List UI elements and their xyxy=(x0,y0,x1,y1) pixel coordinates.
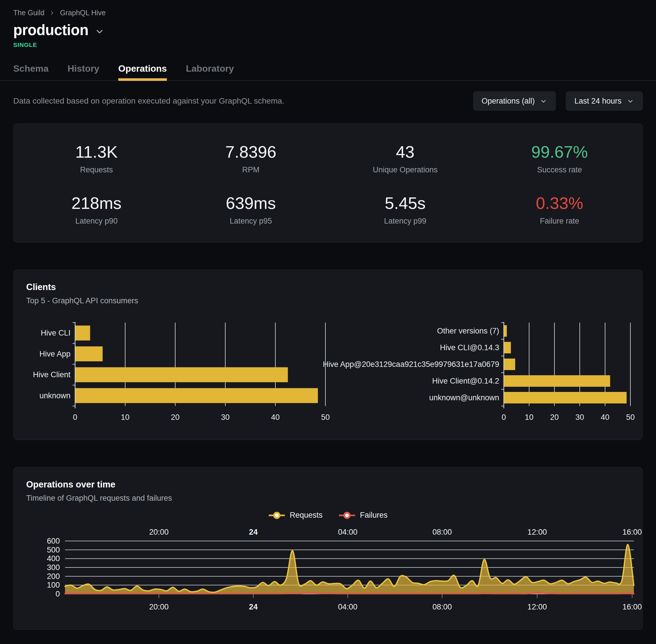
requests-series-marker-icon xyxy=(268,511,285,520)
stat-rpm: 7.8396 RPM xyxy=(174,142,328,175)
svg-text:40: 40 xyxy=(601,413,609,421)
tab-bar: Schema History Operations Laboratory xyxy=(13,63,643,80)
svg-text:16:00: 16:00 xyxy=(622,528,642,536)
time-range-dropdown[interactable]: Last 24 hours xyxy=(566,91,643,111)
stat-value: 43 xyxy=(396,142,415,161)
svg-text:0: 0 xyxy=(501,413,506,421)
page-header: The Guild GraphQL Hive production SINGLE… xyxy=(0,0,656,81)
stat-unique-operations: 43 Unique Operations xyxy=(328,142,483,175)
stat-value: 5.45s xyxy=(385,193,425,213)
svg-text:unknown: unknown xyxy=(40,391,70,400)
clients-panel: Clients Top 5 - GraphQL API consumers 01… xyxy=(13,270,643,440)
stat-label: Latency p95 xyxy=(230,217,272,226)
svg-text:04:00: 04:00 xyxy=(338,528,358,536)
clients-by-name-chart[interactable]: 01020304050Hive CLIHive AppHive Clientun… xyxy=(26,320,331,425)
svg-text:500: 500 xyxy=(47,546,60,554)
svg-text:16:00: 16:00 xyxy=(622,602,642,611)
stat-failure-rate: 0.33% Failure rate xyxy=(483,193,637,226)
svg-text:12:00: 12:00 xyxy=(528,528,547,536)
stat-requests: 11.3K Requests xyxy=(19,142,174,175)
svg-text:50: 50 xyxy=(321,413,330,421)
svg-text:30: 30 xyxy=(221,413,230,421)
tab-operations[interactable]: Operations xyxy=(118,63,167,80)
tab-bar-divider xyxy=(0,80,656,81)
stat-label: Latency p99 xyxy=(384,217,426,226)
chevron-down-icon[interactable] xyxy=(95,27,104,37)
target-type-badge: SINGLE xyxy=(13,42,643,48)
svg-text:08:00: 08:00 xyxy=(432,602,452,611)
breadcrumb-project[interactable]: GraphQL Hive xyxy=(60,9,106,17)
svg-text:08:00: 08:00 xyxy=(432,528,452,536)
toolbar: Data collected based on operation execut… xyxy=(13,91,643,111)
svg-text:Hive CLI: Hive CLI xyxy=(41,329,70,337)
svg-text:Hive CLI@0.14.3: Hive CLI@0.14.3 xyxy=(440,343,499,352)
stat-value: 0.33% xyxy=(536,193,583,213)
stat-label: Failure rate xyxy=(540,217,579,226)
stat-label: Unique Operations xyxy=(373,165,438,175)
svg-text:20: 20 xyxy=(171,413,180,421)
svg-text:10: 10 xyxy=(525,413,534,421)
stat-value: 7.8396 xyxy=(225,142,276,161)
stat-value: 639ms xyxy=(226,193,276,213)
stat-latency-p95: 639ms Latency p95 xyxy=(174,193,328,226)
svg-text:50: 50 xyxy=(626,413,635,421)
svg-text:Hive App: Hive App xyxy=(40,350,70,358)
stat-latency-p90: 218ms Latency p90 xyxy=(19,193,174,226)
chevron-down-icon xyxy=(540,97,547,105)
svg-text:Hive Client@0.14.2: Hive Client@0.14.2 xyxy=(432,377,499,385)
operations-panel-subtitle: Timeline of GraphQL requests and failure… xyxy=(26,494,630,503)
collection-description: Data collected based on operation execut… xyxy=(13,96,284,106)
stat-value: 11.3K xyxy=(75,142,118,161)
filters: Operations (all) Last 24 hours xyxy=(473,91,643,111)
timeline-legend: Requests Failures xyxy=(26,511,630,520)
operations-panel-title: Operations over time xyxy=(26,479,630,490)
svg-text:0: 0 xyxy=(55,590,60,598)
stats-summary-panel: 11.3K Requests 7.8396 RPM 43 Unique Oper… xyxy=(13,123,643,243)
svg-text:20:00: 20:00 xyxy=(149,528,169,536)
clients-panel-subtitle: Top 5 - GraphQL API consumers xyxy=(26,296,630,305)
legend-item-requests[interactable]: Requests xyxy=(268,511,323,520)
stat-value: 99.67% xyxy=(531,142,588,161)
svg-text:10: 10 xyxy=(121,413,130,421)
tab-laboratory[interactable]: Laboratory xyxy=(186,63,234,80)
stat-value: 218ms xyxy=(71,193,121,213)
operations-over-time-panel: Operations over time Timeline of GraphQL… xyxy=(13,467,643,630)
tab-history[interactable]: History xyxy=(68,63,99,80)
breadcrumb-org[interactable]: The Guild xyxy=(13,9,44,17)
svg-text:40: 40 xyxy=(271,413,280,421)
legend-label: Failures xyxy=(360,511,388,520)
svg-text:30: 30 xyxy=(576,413,584,421)
stat-latency-p99: 5.45s Latency p99 xyxy=(328,193,483,226)
operations-filter-dropdown[interactable]: Operations (all) xyxy=(473,91,556,111)
clients-panel-title: Clients xyxy=(26,282,630,292)
svg-text:24: 24 xyxy=(249,602,258,611)
breadcrumb: The Guild GraphQL Hive xyxy=(13,9,643,17)
svg-text:300: 300 xyxy=(47,563,60,572)
svg-text:20: 20 xyxy=(550,413,559,421)
svg-text:400: 400 xyxy=(47,554,60,563)
svg-text:unknown@unknown: unknown@unknown xyxy=(429,393,499,402)
stat-label: Latency p90 xyxy=(75,217,118,226)
time-range-label: Last 24 hours xyxy=(574,97,622,106)
legend-item-failures[interactable]: Failures xyxy=(338,511,388,520)
tab-schema[interactable]: Schema xyxy=(13,63,49,80)
stat-label: RPM xyxy=(242,165,259,175)
stat-success-rate: 99.67% Success rate xyxy=(483,142,637,175)
operations-timeline-chart[interactable]: 010020030040050060020:0020:00242404:0004… xyxy=(26,524,630,615)
svg-text:600: 600 xyxy=(47,537,60,545)
svg-text:200: 200 xyxy=(47,572,60,581)
svg-text:Other versions (7): Other versions (7) xyxy=(437,327,499,335)
svg-text:04:00: 04:00 xyxy=(338,602,358,611)
svg-text:24: 24 xyxy=(249,528,258,536)
svg-text:100: 100 xyxy=(47,581,60,589)
legend-label: Requests xyxy=(290,511,323,520)
stat-label: Requests xyxy=(80,165,113,175)
svg-text:Hive App@20e3129caa921c35e9979: Hive App@20e3129caa921c35e9979631e17a067… xyxy=(323,360,499,369)
svg-text:Hive Client: Hive Client xyxy=(33,370,70,379)
svg-text:0: 0 xyxy=(73,413,77,421)
chevron-right-icon xyxy=(49,10,55,16)
chevron-down-icon xyxy=(627,97,634,105)
clients-by-version-chart[interactable]: 01020304050Other versions (7)Hive CLI@0.… xyxy=(331,320,636,425)
failures-series-marker-icon xyxy=(338,511,355,520)
svg-text:20:00: 20:00 xyxy=(149,602,169,611)
